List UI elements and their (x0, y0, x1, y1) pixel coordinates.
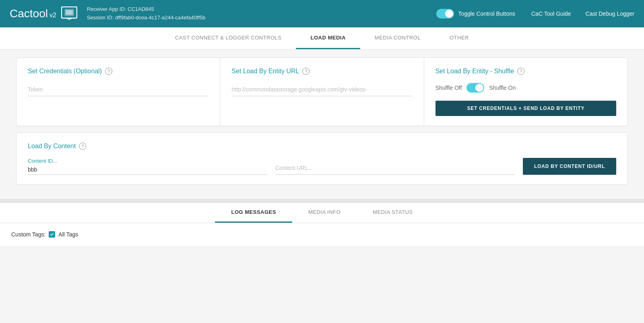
bottom-section: LOG MESSAGES MEDIA INFO MEDIA STATUS Cus… (0, 203, 644, 246)
set-load-by-entity-shuffle-card: Set Load By Entity - Shuffle ? Shuffle O… (424, 58, 627, 126)
tab-media-info[interactable]: MEDIA INFO (292, 203, 357, 223)
set-credentials-send-load-by-entity-button[interactable]: SET CREDENTIALS + SEND LOAD BY ENTITY (436, 101, 616, 116)
cast-icon (61, 6, 77, 21)
tab-load-media[interactable]: LOAD MEDIA (296, 27, 360, 49)
header-toggle-switch[interactable] (436, 9, 454, 19)
set-credentials-title: Set Credentials (Optional) ? (28, 68, 208, 75)
tab-media-control[interactable]: MEDIA CONTROL (360, 27, 435, 49)
set-load-by-entity-url-help-icon[interactable]: ? (302, 68, 310, 75)
receiver-app-id: Receiver App ID: CC1AD845 (87, 5, 437, 14)
custom-tags-row: Custom Tags: All Tags (11, 231, 633, 238)
token-input[interactable] (28, 83, 208, 96)
set-load-by-entity-url-title-text: Set Load By Entity URL (231, 68, 299, 75)
all-tags-label: All Tags (58, 231, 78, 238)
content-fields-row: Content ID... LOAD BY CONTENT ID/URL (28, 158, 616, 175)
set-load-by-entity-shuffle-help-icon[interactable]: ? (517, 68, 524, 75)
logo-text: Cactoolv2 (10, 7, 56, 20)
logo-name: Cactool (10, 7, 48, 20)
load-by-content-title-text: Load By Content (28, 143, 76, 150)
set-load-by-entity-shuffle-title: Set Load By Entity - Shuffle ? (436, 68, 616, 75)
bottom-tabs-bar: LOG MESSAGES MEDIA INFO MEDIA STATUS (0, 203, 644, 223)
shuffle-slider (466, 83, 484, 93)
tab-other[interactable]: OTHER (435, 27, 483, 49)
cac-tool-guide-link[interactable]: CaC Tool Guide (531, 10, 571, 17)
checkmark-icon (50, 232, 54, 236)
logo-area: Cactoolv2 (10, 6, 77, 21)
section-separator (0, 199, 644, 203)
load-by-content-id-url-button[interactable]: LOAD BY CONTENT ID/URL (523, 158, 616, 175)
shuffle-row: Shuffle Off Shuffle On (436, 83, 616, 93)
header-nav: CaC Tool Guide Cast Debug Logger (531, 10, 634, 17)
set-load-by-entity-url-card: Set Load By Entity URL ? (220, 58, 424, 126)
shuffle-off-label: Shuffle Off (436, 85, 462, 91)
content-url-field-wrap (275, 162, 515, 175)
all-tags-checkbox[interactable] (49, 231, 55, 238)
logo-version: v2 (50, 12, 56, 19)
content-id-field-wrap: Content ID... (28, 158, 267, 175)
toggle-label-text: Toggle Control Buttons (458, 10, 515, 17)
session-id: Session ID: dff9fab0-dcea-4c17-a244-ca4e… (87, 14, 437, 22)
load-by-content-title: Load By Content ? (28, 143, 616, 150)
app-header: Cactoolv2 Receiver App ID: CC1AD845 Sess… (0, 0, 644, 27)
main-tabs-bar: CAST CONNECT & LOGGER CONTROLS LOAD MEDI… (0, 27, 644, 50)
toggle-control-buttons-area: Toggle Control Buttons (436, 9, 515, 19)
cast-debug-logger-link[interactable]: Cast Debug Logger (586, 10, 634, 17)
shuffle-on-label: Shuffle On (489, 85, 516, 91)
entity-url-input[interactable] (231, 83, 412, 96)
load-by-content-help-icon[interactable]: ? (79, 143, 86, 150)
svg-rect-2 (66, 10, 73, 15)
tab-media-status[interactable]: MEDIA STATUS (357, 203, 429, 223)
header-toggle-slider (436, 9, 454, 19)
main-content: Set Credentials (Optional) ? Set Load By… (8, 50, 636, 199)
shuffle-toggle[interactable] (466, 83, 484, 93)
set-credentials-help-icon[interactable]: ? (105, 68, 112, 75)
log-area: Custom Tags: All Tags (0, 223, 644, 246)
session-info: Receiver App ID: CC1AD845 Session ID: df… (87, 5, 437, 22)
content-url-input[interactable] (275, 162, 515, 175)
set-load-by-entity-shuffle-title-text: Set Load By Entity - Shuffle (436, 68, 514, 75)
custom-tags-label: Custom Tags: (11, 231, 45, 238)
tab-cast-connect[interactable]: CAST CONNECT & LOGGER CONTROLS (161, 27, 296, 49)
top-cards-row: Set Credentials (Optional) ? Set Load By… (16, 58, 628, 126)
content-id-label: Content ID... (28, 158, 267, 164)
load-by-content-section: Load By Content ? Content ID... LOAD BY … (16, 133, 628, 185)
set-credentials-card: Set Credentials (Optional) ? (17, 58, 220, 126)
tab-log-messages[interactable]: LOG MESSAGES (215, 203, 292, 223)
set-load-by-entity-url-title: Set Load By Entity URL ? (231, 68, 412, 75)
set-credentials-title-text: Set Credentials (Optional) (28, 68, 102, 75)
content-id-input[interactable] (28, 165, 267, 175)
